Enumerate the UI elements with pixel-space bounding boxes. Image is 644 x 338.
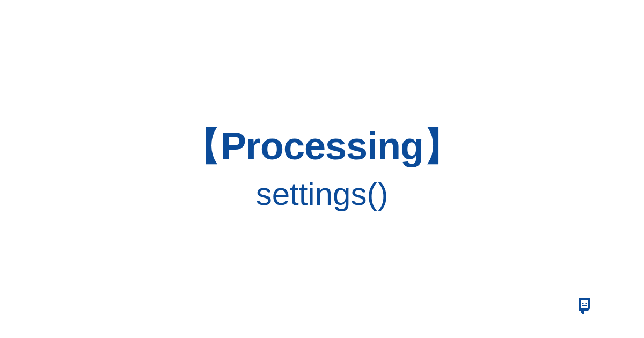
title-line1: 【Processing】 <box>182 123 462 169</box>
title-line2: settings() <box>256 173 389 215</box>
svg-rect-8 <box>582 305 587 306</box>
svg-rect-7 <box>586 303 587 304</box>
logo-icon <box>576 298 590 314</box>
svg-rect-5 <box>581 300 588 308</box>
svg-rect-6 <box>582 303 584 304</box>
svg-rect-4 <box>582 311 584 314</box>
